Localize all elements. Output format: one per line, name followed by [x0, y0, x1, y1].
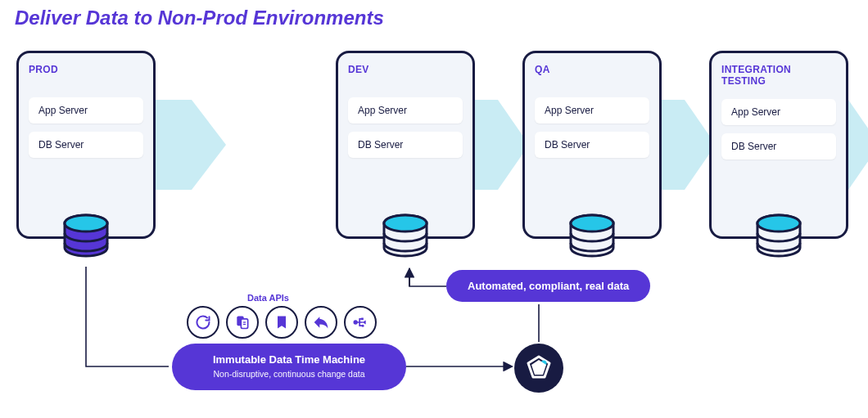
database-icon [753, 213, 804, 264]
env-title: QA [535, 65, 649, 86]
svg-point-14 [362, 325, 364, 327]
refresh-icon [187, 306, 219, 339]
svg-point-1 [65, 215, 107, 231]
database-icon [567, 213, 617, 264]
automated-pill: Automated, compliant, real data [446, 270, 650, 302]
env-title: PROD [29, 65, 143, 86]
app-server-box: App Server [721, 99, 836, 125]
db-server-box: DB Server [29, 132, 143, 158]
database-icon [380, 213, 431, 264]
env-title: INTEGRATION TESTING [721, 65, 836, 88]
svg-point-3 [384, 215, 427, 231]
svg-point-5 [571, 215, 613, 231]
env-card-integration: INTEGRATION TESTING App Server DB Server [709, 51, 848, 239]
svg-rect-9 [241, 319, 247, 329]
flow-arrow-icon [470, 51, 527, 239]
usb-icon [344, 306, 377, 339]
database-icon [61, 213, 111, 264]
environments-row: PROD App Server DB Server DEV App Server… [16, 51, 868, 239]
flow-arrow-icon [657, 51, 714, 239]
idtm-subtitle: Non-disruptive, continuous change data [190, 369, 388, 379]
app-server-box: App Server [535, 97, 649, 124]
env-card-dev: DEV App Server DB Server [336, 51, 475, 239]
copy-icon [226, 306, 259, 339]
reply-icon [305, 306, 337, 339]
flow-arrow-icon [151, 51, 224, 239]
svg-rect-13 [361, 318, 364, 321]
app-server-box: App Server [29, 97, 143, 124]
env-card-prod: PROD App Server DB Server [16, 51, 156, 239]
brand-logo-icon [514, 344, 563, 393]
data-apis-label: Data APIs [247, 293, 289, 303]
db-server-box: DB Server [348, 132, 463, 158]
app-server-box: App Server [348, 97, 463, 124]
db-server-box: DB Server [535, 132, 649, 158]
bookmark-icon [265, 306, 298, 339]
env-title: DEV [348, 65, 463, 86]
api-icons-row [187, 306, 377, 339]
idtm-title: Immutable Data Time Machine [190, 353, 388, 366]
page-title: Deliver Data to Non-Prod Environments [15, 7, 384, 29]
env-card-qa: QA App Server DB Server [522, 51, 662, 239]
db-server-box: DB Server [721, 133, 836, 160]
svg-point-7 [757, 215, 800, 231]
idtm-pill: Immutable Data Time Machine Non-disrupti… [172, 344, 406, 390]
